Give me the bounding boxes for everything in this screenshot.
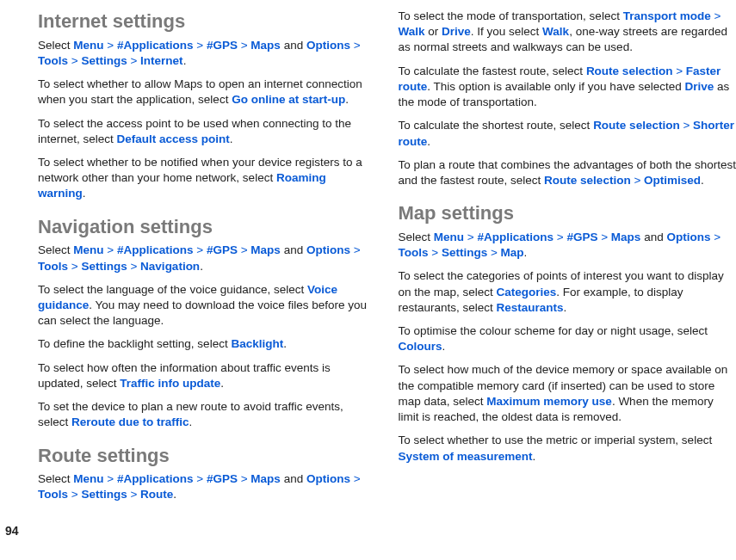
t: . (442, 340, 446, 353)
page-number: 94 (5, 523, 19, 539)
gps-link[interactable]: #GPS (566, 231, 597, 243)
t: . (701, 174, 704, 187)
options-link[interactable]: Options (306, 243, 350, 256)
applications-link[interactable]: #Applications (477, 231, 554, 243)
options-link[interactable]: Options (306, 472, 350, 485)
t: . (524, 246, 528, 259)
heading-navigation-settings: Navigation settings (38, 214, 376, 240)
sep: > (107, 243, 114, 256)
gps-link[interactable]: #GPS (207, 243, 238, 256)
sep: > (601, 231, 608, 243)
route-link[interactable]: Route (140, 488, 173, 501)
sep: > (354, 39, 361, 52)
t: . (189, 415, 193, 428)
settings-link[interactable]: Settings (81, 260, 127, 273)
t: To define the backlight setting, select (38, 337, 231, 350)
map-path: Select Menu > #Applications > #GPS > Map… (399, 230, 737, 261)
menu-link[interactable]: Menu (73, 243, 103, 256)
settings-link[interactable]: Settings (81, 54, 127, 67)
t: Select (38, 472, 73, 485)
tools-link[interactable]: Tools (38, 488, 68, 501)
t: and (284, 472, 304, 485)
internet-access-point: To select the access point to be used wh… (38, 116, 376, 147)
internet-link[interactable]: Internet (140, 54, 183, 67)
route-path: Select Menu > #Applications > #GPS > Map… (38, 471, 376, 502)
drive-link[interactable]: Drive (684, 80, 714, 93)
t: Select (38, 243, 73, 256)
sep: > (130, 54, 137, 67)
gps-link[interactable]: #GPS (207, 472, 238, 485)
maps-link[interactable]: Maps (250, 472, 281, 485)
options-link[interactable]: Options (306, 39, 350, 52)
sep: > (196, 472, 203, 485)
sep: > (683, 119, 690, 132)
route-optimised: To plan a route that combines the advant… (399, 157, 737, 188)
default-access-point-link[interactable]: Default access point (117, 132, 230, 145)
categories-link[interactable]: Categories (497, 286, 557, 298)
sep: > (431, 246, 438, 259)
tools-link[interactable]: Tools (399, 246, 429, 259)
navigation-link[interactable]: Navigation (140, 260, 200, 273)
menu-link[interactable]: Menu (73, 472, 103, 485)
t: . (345, 93, 349, 106)
t: . (533, 450, 536, 463)
t: . (83, 187, 86, 200)
go-online-link[interactable]: Go online at start-up (232, 93, 345, 106)
route-selection-link[interactable]: Route selection (544, 174, 631, 187)
t: . If you select (471, 25, 542, 38)
maps-link[interactable]: Maps (611, 231, 641, 243)
system-measurement-link[interactable]: System of measurement (399, 450, 533, 463)
sep: > (241, 39, 248, 52)
t: and (284, 39, 304, 52)
drive-link[interactable]: Drive (442, 25, 471, 38)
navigation-voice: To select the language of the voice guid… (38, 282, 376, 329)
tools-link[interactable]: Tools (38, 260, 68, 273)
restaurants-link[interactable]: Restaurants (497, 301, 564, 314)
gps-link[interactable]: #GPS (207, 39, 238, 52)
backlight-link[interactable]: Backlight (231, 337, 283, 350)
sep: > (107, 39, 114, 52)
colours-link[interactable]: Colours (399, 340, 442, 353)
sep: > (467, 231, 474, 243)
menu-link[interactable]: Menu (434, 231, 464, 243)
t: To optimise the colour scheme for day or… (399, 324, 708, 337)
sep: > (241, 243, 248, 256)
applications-link[interactable]: #Applications (117, 472, 194, 485)
t: . (220, 377, 224, 390)
sep: > (714, 9, 721, 22)
map-memory: To select how much of the device memory … (399, 362, 737, 425)
options-link[interactable]: Options (666, 231, 710, 243)
navigation-path: Select Menu > #Applications > #GPS > Map… (38, 243, 376, 274)
t: . (183, 54, 187, 67)
tools-link[interactable]: Tools (38, 54, 68, 67)
sep: > (196, 39, 203, 52)
t: and (284, 243, 304, 256)
internet-path: Select Menu > #Applications > #GPS > Map… (38, 38, 376, 69)
traffic-info-update-link[interactable]: Traffic info update (120, 377, 220, 390)
route-selection-link[interactable]: Route selection (586, 65, 673, 77)
walk-link[interactable]: Walk (542, 25, 569, 38)
sep: > (354, 243, 361, 256)
menu-link[interactable]: Menu (73, 39, 103, 52)
optimised-link[interactable]: Optimised (644, 174, 701, 187)
max-memory-link[interactable]: Maximum memory use (486, 395, 612, 408)
sep: > (714, 231, 721, 243)
heading-internet-settings: Internet settings (38, 9, 376, 34)
reroute-traffic-link[interactable]: Reroute due to traffic (71, 415, 189, 428)
applications-link[interactable]: #Applications (117, 243, 194, 256)
route-selection-link[interactable]: Route selection (593, 119, 680, 132)
settings-link[interactable]: Settings (442, 246, 487, 259)
transport-mode-link[interactable]: Transport mode (623, 9, 711, 22)
t: To calculate the fastest route, select (399, 65, 586, 77)
walk-link[interactable]: Walk (399, 25, 425, 38)
settings-link[interactable]: Settings (81, 488, 127, 501)
applications-link[interactable]: #Applications (117, 39, 194, 52)
sep: > (71, 488, 78, 501)
maps-link[interactable]: Maps (250, 39, 281, 52)
t: . (200, 260, 203, 273)
sep: > (241, 472, 248, 485)
map-link[interactable]: Map (501, 246, 524, 259)
internet-roaming: To select whether to be notified when yo… (38, 155, 376, 202)
t: . This option is available only if you h… (427, 80, 684, 93)
maps-link[interactable]: Maps (250, 243, 281, 256)
